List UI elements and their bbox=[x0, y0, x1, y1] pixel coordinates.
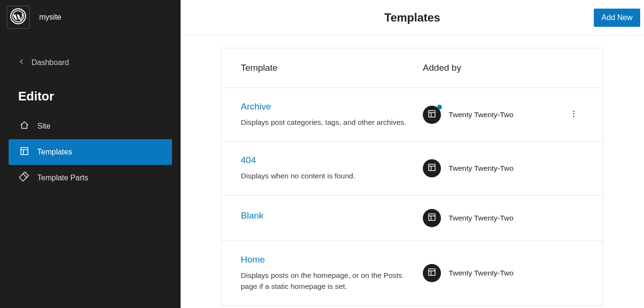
actions-cell bbox=[564, 107, 584, 122]
topbar: Templates Add New bbox=[181, 0, 644, 35]
theme-badge bbox=[423, 106, 441, 124]
sidebar-item-label: Template Parts bbox=[37, 174, 88, 182]
chevron-left-icon bbox=[18, 58, 25, 67]
template-title-link[interactable]: 404 bbox=[241, 155, 256, 165]
wordpress-icon bbox=[10, 8, 26, 26]
table-row: ArchiveDisplays post categories, tags, a… bbox=[222, 88, 603, 142]
template-title-link[interactable]: Home bbox=[241, 254, 265, 265]
home-icon bbox=[19, 120, 30, 132]
layout-icon bbox=[19, 146, 30, 158]
template-description: Displays posts on the homepage, or on th… bbox=[241, 270, 413, 292]
layout-icon bbox=[427, 212, 437, 224]
layout-icon bbox=[427, 163, 437, 174]
template-cell: 404Displays when no content is found. bbox=[241, 155, 423, 181]
templates-table: Template Added by ArchiveDisplays post c… bbox=[221, 48, 603, 306]
svg-point-7 bbox=[573, 113, 574, 114]
template-title-link[interactable]: Archive bbox=[241, 101, 271, 112]
sidebar-item-label: Site bbox=[37, 122, 51, 131]
added-by-name: Twenty Twenty-Two bbox=[449, 164, 514, 173]
template-cell: ArchiveDisplays post categories, tags, a… bbox=[241, 101, 423, 128]
site-header: mysite bbox=[0, 0, 181, 34]
template-cell: Blank bbox=[241, 210, 423, 226]
content-area: Template Added by ArchiveDisplays post c… bbox=[181, 35, 644, 308]
row-actions-button[interactable] bbox=[567, 107, 581, 122]
col-header-template: Template bbox=[241, 63, 423, 73]
sidebar-nav: Site Templates Template Parts bbox=[0, 113, 181, 191]
table-header: Template Added by bbox=[222, 48, 603, 88]
add-new-button[interactable]: Add New bbox=[594, 9, 640, 27]
sidebar-item-label: Templates bbox=[37, 148, 72, 156]
added-by-cell: Twenty Twenty-Two bbox=[423, 159, 564, 177]
layout-icon bbox=[427, 109, 437, 121]
added-by-name: Twenty Twenty-Two bbox=[449, 214, 514, 222]
svg-rect-4 bbox=[19, 174, 27, 181]
svg-rect-2 bbox=[21, 148, 28, 155]
svg-rect-11 bbox=[429, 269, 435, 275]
table-row: 404Displays when no content is found.Twe… bbox=[222, 142, 603, 195]
sidebar-item-template-parts[interactable]: Template Parts bbox=[9, 165, 172, 191]
template-description: Displays post categories, tags, and othe… bbox=[241, 117, 413, 128]
main: Templates Add New Template Added by Arch… bbox=[181, 0, 644, 308]
theme-badge bbox=[423, 159, 441, 177]
template-description: Displays when no content is found. bbox=[241, 170, 413, 181]
site-logo[interactable] bbox=[7, 6, 30, 29]
svg-point-6 bbox=[573, 111, 574, 112]
added-by-cell: Twenty Twenty-Two bbox=[423, 209, 564, 227]
svg-point-8 bbox=[573, 116, 574, 117]
sidebar-item-templates[interactable]: Templates bbox=[9, 139, 172, 165]
svg-rect-10 bbox=[429, 214, 435, 220]
template-cell: HomeDisplays posts on the homepage, or o… bbox=[241, 254, 423, 292]
table-row: BlankTwenty Twenty-Two bbox=[222, 196, 603, 241]
site-name: mysite bbox=[39, 13, 61, 22]
template-title-link[interactable]: Blank bbox=[241, 210, 264, 221]
added-by-cell: Twenty Twenty-Two bbox=[423, 106, 564, 124]
sidebar-item-site[interactable]: Site bbox=[9, 113, 172, 139]
back-to-dashboard[interactable]: Dashboard bbox=[0, 54, 181, 72]
svg-rect-9 bbox=[429, 164, 435, 170]
theme-badge bbox=[423, 209, 441, 227]
sidebar: mysite Dashboard Editor Site Templates T… bbox=[0, 0, 181, 308]
theme-badge bbox=[423, 264, 441, 282]
added-by-name: Twenty Twenty-Two bbox=[449, 269, 514, 277]
svg-rect-5 bbox=[429, 110, 435, 117]
col-header-added-by: Added by bbox=[423, 63, 564, 73]
added-by-cell: Twenty Twenty-Two bbox=[423, 264, 564, 282]
added-by-name: Twenty Twenty-Two bbox=[449, 110, 514, 119]
table-row: HomeDisplays posts on the homepage, or o… bbox=[222, 241, 603, 306]
page-title: Templates bbox=[385, 11, 440, 24]
back-label: Dashboard bbox=[32, 58, 69, 67]
template-parts-icon bbox=[19, 172, 30, 184]
more-vertical-icon bbox=[569, 112, 578, 120]
layout-icon bbox=[427, 267, 437, 279]
sidebar-section-title: Editor bbox=[0, 72, 181, 113]
customized-dot-icon bbox=[437, 105, 442, 110]
